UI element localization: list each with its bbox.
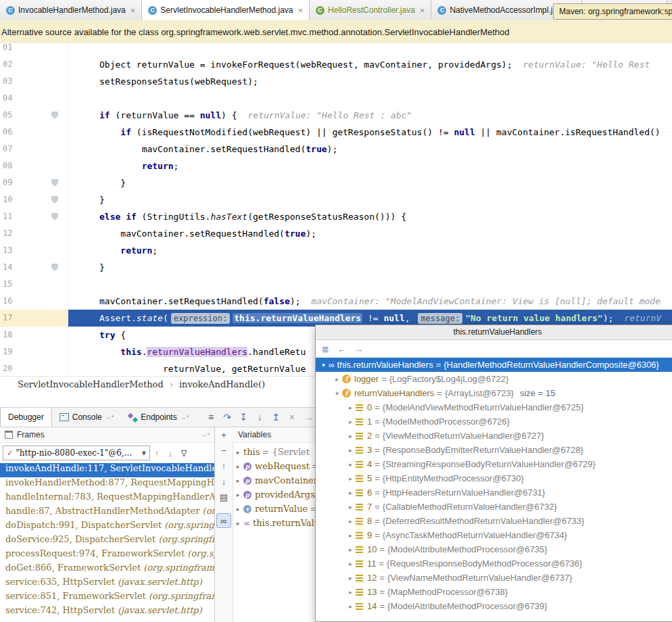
gutter[interactable]: 04 bbox=[0, 90, 68, 107]
tool-tab-endpoints[interactable]: Endpoints→* bbox=[121, 408, 196, 427]
code-line-16[interactable]: 16mavContainer.setRequestHandled(false);… bbox=[0, 293, 672, 310]
gutter[interactable]: 05 bbox=[0, 107, 68, 124]
frame-row[interactable]: service:635, HttpServlet (javax.servlet.… bbox=[0, 577, 214, 591]
step-into-icon[interactable]: ↓ bbox=[251, 408, 268, 427]
code-line-08[interactable]: 08 return; bbox=[0, 158, 672, 174]
next-frame-icon[interactable]: ↓ bbox=[164, 448, 177, 458]
gutter[interactable]: 17 bbox=[0, 310, 68, 327]
chevron-right-icon[interactable]: ▸ bbox=[345, 447, 356, 454]
tree-row[interactable]: ▸8={DeferredResultMethodReturnValueHandl… bbox=[316, 514, 672, 528]
chevron-right-icon[interactable]: ▸ bbox=[345, 475, 356, 482]
gutter-mark-icon[interactable] bbox=[51, 264, 58, 271]
code-line-06[interactable]: 06 if (isRequestNotModified(webRequest) … bbox=[0, 124, 672, 141]
chevron-right-icon[interactable]: ▸ bbox=[345, 461, 356, 468]
gutter[interactable]: 11 bbox=[0, 208, 68, 225]
thread-dropdown[interactable]: ✓ "http-nio-8080-exec-1"@6,... ▼ bbox=[3, 446, 150, 460]
chevron-right-icon[interactable]: ▸ bbox=[233, 506, 243, 512]
close-icon[interactable]: × bbox=[420, 5, 425, 16]
frame-row[interactable]: service:851, FrameworkServlet (org.sprin… bbox=[0, 591, 214, 605]
chevron-right-icon[interactable]: ▸ bbox=[332, 376, 342, 383]
gutter-mark-icon[interactable] bbox=[51, 196, 58, 204]
chevron-right-icon[interactable]: ▸ bbox=[233, 463, 243, 470]
tree-row[interactable]: ▸1={ModelMethodProcessor@6726} bbox=[316, 414, 672, 429]
back-icon[interactable]: ← bbox=[337, 344, 346, 354]
frame-row[interactable]: handle:87, AbstractHandlerMethodAdapter … bbox=[0, 506, 214, 520]
breadcrumb-item[interactable]: invokeAndHandle() bbox=[179, 379, 265, 389]
gutter[interactable]: 01 bbox=[0, 43, 68, 56]
gutter[interactable]: 16 bbox=[0, 293, 68, 310]
code-line-07[interactable]: 07 mavContainer.setRequestHandled(true); bbox=[0, 141, 672, 158]
tree-row[interactable]: ▸4={StreamingResponseBodyReturnValueHand… bbox=[316, 457, 672, 471]
tree-row[interactable]: ▸9={AsyncTaskMethodReturnValueHandler@67… bbox=[316, 528, 672, 542]
duplicate-watch-icon[interactable]: ▤ bbox=[215, 489, 233, 505]
frame-row[interactable]: invokeAndHandle:117, ServletInvocableHan… bbox=[0, 463, 214, 477]
chevron-right-icon[interactable]: ▸ bbox=[345, 546, 356, 553]
tree-row[interactable]: ▸0={ModelAndViewMethodReturnValueHandler… bbox=[316, 400, 672, 414]
gutter[interactable]: 02 bbox=[0, 56, 68, 73]
show-watches-icon[interactable]: ∞ bbox=[216, 513, 231, 528]
frame-row[interactable]: doGet:866, FrameworkServlet (org.springf… bbox=[0, 563, 214, 577]
code-line-14[interactable]: 14} bbox=[0, 259, 672, 276]
chevron-right-icon[interactable]: ▸ bbox=[233, 477, 243, 484]
add-watch-icon[interactable]: + bbox=[215, 427, 233, 443]
frame-row[interactable]: service:742, HttpServlet (javax.servlet.… bbox=[0, 605, 214, 619]
breadcrumb-item[interactable]: ServletInvocableHandlerMethod bbox=[18, 379, 164, 389]
close-icon[interactable]: × bbox=[130, 5, 136, 16]
chevron-right-icon[interactable]: ▸ bbox=[345, 418, 356, 425]
filter-icon[interactable]: ∇ bbox=[177, 448, 191, 458]
tree-row[interactable]: ▸12={ViewNameMethodReturnValueHandler@67… bbox=[316, 571, 672, 585]
code-line-10[interactable]: 10} bbox=[0, 191, 672, 208]
remove-watch-icon[interactable]: − bbox=[215, 443, 233, 458]
gutter[interactable]: 12 bbox=[0, 225, 68, 242]
step-over-icon[interactable]: ↧ bbox=[235, 408, 251, 427]
code-line-04[interactable]: 04 bbox=[0, 90, 672, 107]
tree-row[interactable]: ▸13={MapMethodProcessor@6738} bbox=[316, 585, 672, 599]
code-line-03[interactable]: 03setResponseStatus(webRequest); bbox=[0, 73, 672, 90]
tree-row[interactable]: ▸7={CallableMethodReturnValueHandler@673… bbox=[316, 500, 672, 514]
tree-row[interactable]: ▾∞this.returnValueHandlers={HandlerMetho… bbox=[316, 358, 672, 372]
gutter[interactable]: 03 bbox=[0, 73, 68, 90]
move-watch-up-icon[interactable]: ↑ bbox=[215, 458, 233, 474]
chevron-down-icon[interactable]: ▾ bbox=[332, 390, 342, 397]
chevron-right-icon[interactable]: ▸ bbox=[345, 603, 356, 610]
move-watch-down-icon[interactable]: ↓ bbox=[215, 474, 233, 489]
chevron-right-icon[interactable]: ▸ bbox=[345, 433, 356, 439]
gutter[interactable]: 19 bbox=[0, 343, 68, 360]
gutter[interactable]: 07 bbox=[0, 141, 68, 158]
chevron-right-icon[interactable]: ▸ bbox=[345, 575, 356, 581]
run-to-cursor-icon[interactable]: → bbox=[300, 408, 316, 427]
gutter[interactable]: 18 bbox=[0, 327, 68, 343]
previous-frame-icon[interactable]: ↑ bbox=[150, 448, 164, 458]
tree-row[interactable]: ▸11={RequestResponseBodyMethodProcessor@… bbox=[316, 556, 672, 571]
chevron-right-icon[interactable]: ▸ bbox=[345, 489, 356, 496]
stop-icon[interactable]: × bbox=[284, 408, 300, 427]
tool-tab-console[interactable]: Console→* bbox=[52, 408, 122, 427]
frame-row[interactable]: processRequest:974, FrameworkServlet (or… bbox=[0, 548, 214, 563]
chevron-right-icon[interactable]: ▸ bbox=[233, 492, 243, 498]
gutter[interactable]: 13 bbox=[0, 242, 68, 259]
popup-title[interactable]: this.returnValueHandlers bbox=[316, 325, 672, 340]
gutter[interactable]: 10 bbox=[0, 191, 68, 208]
code-line-01[interactable]: 01 bbox=[0, 43, 672, 56]
gutter-mark-icon[interactable] bbox=[51, 112, 58, 119]
frames-header-deco-icon[interactable]: →* bbox=[201, 431, 210, 438]
frame-row[interactable]: doDispatch:991, DispatcherServlet (org.s… bbox=[0, 520, 214, 534]
gutter-mark-icon[interactable] bbox=[51, 213, 58, 220]
frame-row[interactable]: handleInternal:783, RequestMappingHandle… bbox=[0, 492, 214, 506]
rerun-icon[interactable]: ↷ bbox=[219, 408, 235, 427]
chevron-right-icon[interactable]: ▸ bbox=[233, 520, 243, 527]
tree-row[interactable]: ▸6={HttpHeadersReturnValueHandler@6731} bbox=[316, 485, 672, 500]
code-line-13[interactable]: 13 return; bbox=[0, 242, 672, 259]
tree-row[interactable]: ▸3={ResponseBodyEmitterReturnValueHandle… bbox=[316, 443, 672, 457]
close-icon[interactable]: × bbox=[297, 5, 303, 16]
gutter[interactable]: 09 bbox=[0, 174, 68, 191]
code-line-12[interactable]: 12 mavContainer.setRequestHandled(true); bbox=[0, 225, 672, 242]
chevron-down-icon[interactable]: ▾ bbox=[318, 362, 329, 368]
chevron-right-icon[interactable]: ▸ bbox=[345, 560, 356, 567]
gutter[interactable]: 06 bbox=[0, 124, 68, 141]
step-out-icon[interactable]: ↥ bbox=[268, 408, 284, 427]
chevron-right-icon[interactable]: ▸ bbox=[345, 518, 356, 525]
gutter-mark-icon[interactable] bbox=[51, 179, 58, 187]
gutter[interactable]: 15 bbox=[0, 276, 68, 293]
tree-row[interactable]: ▸5={HttpEntityMethodProcessor@6730} bbox=[316, 471, 672, 485]
